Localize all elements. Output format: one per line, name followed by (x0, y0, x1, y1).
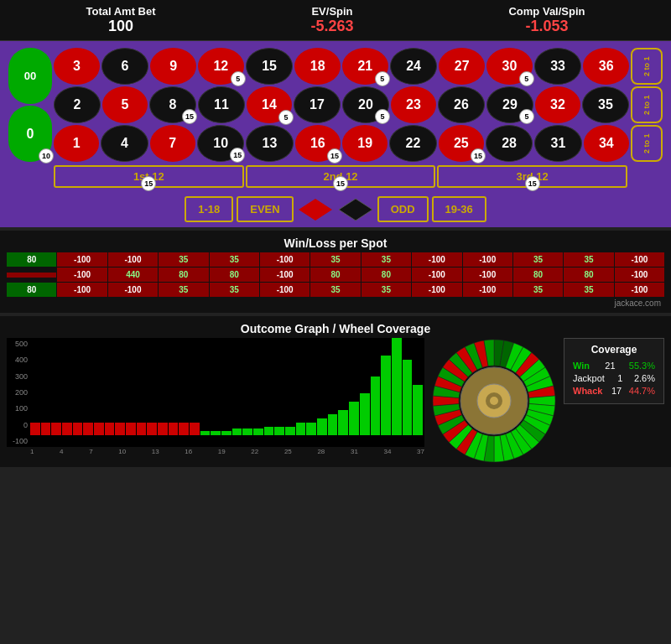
chip-8: 15 (182, 109, 197, 124)
chip-3rd12: 15 (525, 176, 540, 191)
cell-25[interactable]: 2515 (439, 125, 484, 162)
number-row-bot: 1 4 7 1015 13 1615 19 22 2515 28 31 34 (54, 125, 629, 162)
outcome-content: 5004003002001000-100 1471013161922252831… (7, 338, 664, 464)
2to1-mid[interactable]: 2 to 1 (631, 86, 663, 123)
cell-10[interactable]: 1015 (197, 125, 244, 162)
2to1-top[interactable]: 2 to 1 (631, 48, 663, 85)
bar-36 (413, 385, 423, 435)
cell-11[interactable]: 11 (198, 86, 245, 123)
zero-cell[interactable]: 0 10 (8, 106, 52, 162)
wl-cell-0-1: -100 (57, 252, 107, 267)
cell-30[interactable]: 305 (486, 48, 533, 85)
cell-3[interactable]: 3 (54, 48, 100, 85)
double-zero-cell[interactable]: 00 (8, 48, 52, 104)
cell-34[interactable]: 34 (584, 125, 629, 162)
cell-32[interactable]: 32 (535, 86, 580, 123)
cell-24[interactable]: 24 (390, 48, 438, 85)
wl-cell-0-9: -100 (463, 252, 512, 267)
cell-2[interactable]: 2 (54, 86, 101, 123)
dozen-2nd[interactable]: 2nd 12 15 (246, 165, 436, 188)
bar-16 (200, 431, 211, 435)
cell-14[interactable]: 145 (247, 86, 292, 123)
wl-cell-0-12: -100 (615, 252, 664, 267)
cell-23[interactable]: 23 (391, 86, 436, 123)
bar-25 (296, 423, 306, 435)
cell-4[interactable]: 4 (101, 125, 148, 162)
wl-cell-0-10: 35 (513, 252, 563, 267)
wl-cell-2-5: -100 (260, 283, 309, 297)
bar-9 (126, 423, 136, 435)
wl-cell-2-10: 35 (513, 283, 563, 297)
bar-6 (94, 423, 104, 435)
bet-1-18[interactable]: 1-18 (185, 196, 233, 222)
bar-12 (158, 423, 168, 435)
cell-22[interactable]: 22 (389, 125, 436, 162)
cell-6[interactable]: 6 (101, 48, 149, 85)
chip-14: 5 (278, 110, 294, 125)
cell-13[interactable]: 13 (246, 125, 293, 162)
cell-20[interactable]: 205 (342, 86, 389, 123)
coverage-jackpot-pct: 2.6% (634, 373, 655, 383)
bar-22 (264, 427, 274, 435)
cell-28[interactable]: 28 (486, 125, 533, 162)
cell-9[interactable]: 9 (150, 48, 196, 85)
bar-30 (349, 402, 359, 435)
wl-cell-2-11: 35 (564, 283, 613, 297)
cell-35[interactable]: 35 (582, 86, 629, 123)
black-diamond[interactable] (337, 197, 374, 222)
cell-5[interactable]: 5 (102, 86, 148, 123)
x-label: 19 (218, 448, 226, 455)
cell-36[interactable]: 36 (583, 48, 629, 85)
bet-odd[interactable]: ODD (377, 196, 429, 222)
bet-even[interactable]: EVEN (237, 196, 293, 222)
cell-18[interactable]: 18 (294, 48, 341, 85)
red-diamond[interactable] (297, 197, 334, 222)
roulette-wheel (431, 338, 557, 464)
cell-8[interactable]: 815 (149, 86, 196, 123)
wl-cell-2-1: -100 (57, 283, 107, 297)
wl-cell-2-8: -100 (412, 283, 461, 297)
bar-20 (242, 428, 252, 435)
bar-8 (115, 423, 125, 435)
x-label: 7 (89, 448, 92, 455)
wl-cell-2-0: 80 (7, 283, 56, 297)
wl-cell-0-4: 35 (210, 252, 259, 267)
bar-2 (51, 423, 61, 435)
graph-canvas: 5004003002001000-100 (7, 338, 424, 447)
2to1-bot[interactable]: 2 to 1 (631, 125, 663, 162)
wl-cell-1-11: 80 (564, 267, 613, 282)
chip-2nd12: 15 (333, 176, 348, 191)
x-label: 13 (152, 448, 159, 455)
bet-19-36[interactable]: 19-36 (432, 196, 486, 222)
cell-27[interactable]: 27 (439, 48, 485, 85)
wl-cell-2-9: -100 (463, 283, 512, 297)
ev-spin-col: EV/Spin -5.263 (310, 5, 353, 35)
main-grid: 3 6 9 125 15 18 215 24 27 305 33 36 2 5 … (54, 48, 629, 162)
wl-cell-2-3: 35 (159, 283, 208, 297)
cell-26[interactable]: 26 (438, 86, 485, 123)
cell-19[interactable]: 19 (342, 125, 388, 162)
y-label: 500 (7, 340, 28, 348)
cell-29[interactable]: 295 (486, 86, 533, 123)
chip-12: 5 (231, 71, 246, 86)
y-label: 200 (7, 388, 28, 397)
bar-14 (179, 423, 189, 435)
cell-33[interactable]: 33 (534, 48, 582, 85)
cell-15[interactable]: 15 (246, 48, 294, 85)
bar-34 (392, 338, 402, 435)
dozen-1st[interactable]: 1st 12 15 (54, 165, 244, 188)
dozen-3rd[interactable]: 3rd 12 15 (437, 165, 627, 188)
cell-31[interactable]: 31 (534, 125, 581, 162)
roulette-table: 00 0 10 3 6 9 125 15 18 215 24 27 305 33… (0, 41, 671, 227)
cell-7[interactable]: 7 (150, 125, 195, 162)
cell-21[interactable]: 215 (342, 48, 388, 85)
wl-cell-0-2: -100 (108, 252, 158, 267)
cell-12[interactable]: 125 (198, 48, 244, 85)
wl-cell-1-1: -100 (57, 267, 107, 282)
wl-row-1: -1004408080-1008080-100-1008080-100 (7, 267, 664, 282)
cell-17[interactable]: 17 (294, 86, 341, 123)
chip-30: 5 (519, 71, 534, 86)
cell-16[interactable]: 1615 (295, 125, 341, 162)
cell-1[interactable]: 1 (54, 125, 99, 162)
bar-31 (360, 393, 370, 435)
